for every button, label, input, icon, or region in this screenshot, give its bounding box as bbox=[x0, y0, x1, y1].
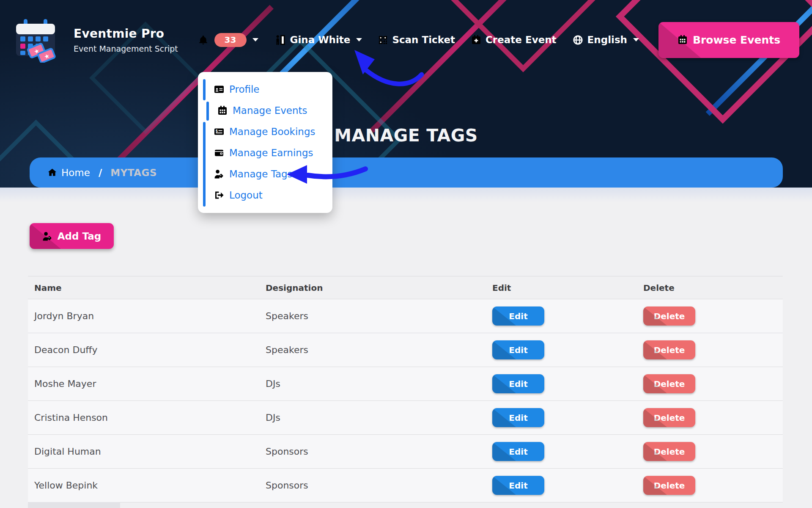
breadcrumb: Home / MYTAGS bbox=[30, 157, 783, 188]
breadcrumb-home-link[interactable]: Home bbox=[47, 167, 90, 178]
create-event-link[interactable]: Create Event bbox=[471, 34, 557, 45]
column-header-delete: Delete bbox=[637, 283, 783, 293]
nav-items: 33 Gina White Scan Ticket Create Event E… bbox=[198, 33, 639, 47]
brand-title: Eventmie Pro bbox=[74, 27, 178, 41]
row-name: Moshe Mayer bbox=[28, 378, 259, 389]
row-edit-button[interactable]: Edit bbox=[492, 442, 544, 461]
row-edit-button[interactable]: Edit bbox=[492, 408, 544, 427]
row-name: Jordyn Bryan bbox=[28, 311, 259, 321]
user-menu-item-manage-events[interactable]: Manage Events bbox=[198, 100, 332, 121]
user-name: Gina White bbox=[290, 34, 351, 45]
table-header-row: Name Designation Edit Delete bbox=[28, 276, 783, 299]
chevron-down-icon bbox=[252, 38, 258, 41]
scan-ticket-link[interactable]: Scan Ticket bbox=[378, 34, 455, 45]
page-title: MANAGE TAGS bbox=[0, 125, 812, 146]
table-row: Moshe Mayer DJs Edit Delete bbox=[28, 367, 783, 401]
partial-next-row bbox=[28, 502, 120, 508]
scan-ticket-label: Scan Ticket bbox=[392, 34, 455, 45]
top-nav: ★ ★ Eventmie Pro Event Management Script… bbox=[0, 12, 812, 68]
notification-count-badge: 33 bbox=[214, 33, 247, 47]
breadcrumb-separator: / bbox=[99, 167, 102, 178]
table-row: Yellow Bepink Sponsors Edit Delete bbox=[28, 469, 783, 502]
row-delete-button[interactable]: Delete bbox=[643, 442, 695, 461]
user-tag-icon bbox=[214, 169, 224, 179]
row-designation: Speakers bbox=[259, 311, 486, 321]
bell-icon bbox=[198, 35, 208, 45]
table-body: Jordyn Bryan Speakers Edit Delete Deacon… bbox=[28, 299, 783, 502]
brand-tagline: Event Management Script bbox=[74, 44, 178, 53]
browse-events-button[interactable]: Browse Events bbox=[658, 22, 799, 58]
calendar-plus-icon bbox=[471, 35, 481, 45]
language-label: English bbox=[587, 34, 627, 45]
column-header-name: Name bbox=[28, 283, 259, 293]
user-tag-icon bbox=[42, 231, 52, 241]
sign-out-icon bbox=[214, 190, 224, 200]
table-row: Deacon Duffy Speakers Edit Delete bbox=[28, 333, 783, 367]
user-menu-item-manage-earnings[interactable]: Manage Earnings bbox=[198, 142, 332, 163]
row-name: Deacon Duffy bbox=[28, 345, 259, 355]
brand-logo-icon: ★ ★ bbox=[13, 17, 58, 63]
table-row: Cristina Henson DJs Edit Delete bbox=[28, 401, 783, 435]
user-menu-item-manage-tags[interactable]: Manage Tags bbox=[198, 163, 332, 185]
column-header-edit: Edit bbox=[486, 283, 637, 293]
row-edit-button[interactable]: Edit bbox=[492, 340, 544, 359]
user-menu-list: Profile Manage Events Manage Bookings Ma… bbox=[198, 72, 332, 206]
row-delete-button[interactable]: Delete bbox=[643, 340, 695, 359]
breadcrumb-home-label: Home bbox=[61, 167, 90, 178]
language-menu[interactable]: English bbox=[573, 34, 639, 45]
user-menu-item-label: Profile bbox=[229, 84, 260, 95]
qr-scan-icon bbox=[378, 35, 388, 45]
row-designation: Speakers bbox=[259, 345, 486, 355]
user-menu-item-label: Manage Events bbox=[233, 105, 307, 116]
row-designation: Sponsors bbox=[259, 446, 486, 457]
table-row: Digital Human Sponsors Edit Delete bbox=[28, 435, 783, 469]
globe-icon bbox=[573, 35, 583, 45]
row-name: Cristina Henson bbox=[28, 412, 259, 423]
person-door-icon bbox=[274, 34, 286, 46]
user-menu-item-logout[interactable]: Logout bbox=[198, 185, 332, 206]
main-content: Add Tag Name Designation Edit Delete Jor… bbox=[0, 188, 812, 508]
row-name: Digital Human bbox=[28, 446, 259, 457]
user-menu-toggle[interactable]: Gina White bbox=[274, 34, 362, 46]
brand[interactable]: ★ ★ Eventmie Pro Event Management Script bbox=[13, 17, 178, 63]
row-designation: DJs bbox=[259, 412, 486, 423]
id-card-icon bbox=[214, 84, 224, 94]
add-tag-button[interactable]: Add Tag bbox=[30, 223, 114, 249]
menu-accent-bar bbox=[206, 102, 209, 121]
menu-accent-bar bbox=[203, 122, 206, 207]
row-edit-button[interactable]: Edit bbox=[492, 476, 544, 495]
column-header-designation: Designation bbox=[259, 283, 486, 293]
table-row: Jordyn Bryan Speakers Edit Delete bbox=[28, 299, 783, 333]
calendar-icon bbox=[678, 35, 688, 45]
user-menu-item-profile[interactable]: Profile bbox=[198, 79, 332, 100]
row-designation: DJs bbox=[259, 378, 486, 389]
add-tag-label: Add Tag bbox=[58, 231, 101, 242]
tags-table: Name Designation Edit Delete Jordyn Brya… bbox=[28, 276, 783, 502]
breadcrumb-current: MYTAGS bbox=[110, 167, 157, 178]
chevron-down-icon bbox=[633, 38, 639, 41]
user-dropdown-menu: Profile Manage Events Manage Bookings Ma… bbox=[198, 72, 332, 213]
row-name: Yellow Bepink bbox=[28, 480, 259, 491]
create-event-label: Create Event bbox=[486, 34, 557, 45]
user-menu-item-label: Manage Bookings bbox=[229, 126, 315, 137]
app-window: MANAGE TAGS Home / MYTAGS bbox=[0, 0, 812, 508]
user-menu-item-label: Manage Earnings bbox=[229, 147, 313, 158]
row-delete-button[interactable]: Delete bbox=[643, 306, 695, 326]
brand-text: Eventmie Pro Event Management Script bbox=[74, 27, 178, 53]
calendar-icon bbox=[217, 105, 228, 116]
money-check-icon bbox=[214, 127, 224, 137]
user-menu-item-label: Logout bbox=[229, 190, 263, 201]
browse-events-label: Browse Events bbox=[693, 34, 780, 46]
chevron-down-icon bbox=[356, 38, 362, 41]
home-icon bbox=[47, 168, 57, 177]
row-edit-button[interactable]: Edit bbox=[492, 306, 544, 326]
user-menu-item-manage-bookings[interactable]: Manage Bookings bbox=[198, 121, 332, 142]
row-edit-button[interactable]: Edit bbox=[492, 374, 544, 393]
menu-accent-bar bbox=[203, 79, 206, 100]
row-delete-button[interactable]: Delete bbox=[643, 408, 695, 427]
row-delete-button[interactable]: Delete bbox=[643, 374, 695, 393]
row-designation: Sponsors bbox=[259, 480, 486, 491]
row-delete-button[interactable]: Delete bbox=[643, 476, 695, 495]
notifications-menu[interactable]: 33 bbox=[198, 33, 258, 47]
wallet-icon bbox=[214, 148, 224, 158]
